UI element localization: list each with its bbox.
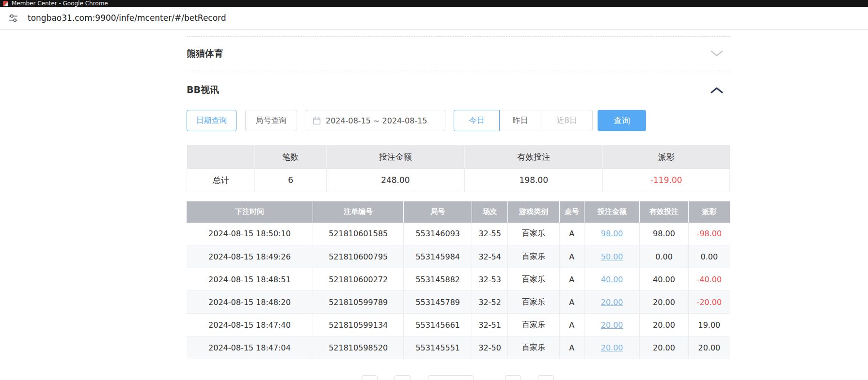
section-panda-sports[interactable]: 熊猫体育 xyxy=(187,37,730,71)
payout: -98.00 xyxy=(688,223,730,245)
bet-time: 2024-08-15 18:49:26 xyxy=(187,245,313,268)
section-title-bb-video: BB视讯 xyxy=(187,84,219,96)
window-titlebar: Member Center - Google Chrome xyxy=(0,0,868,7)
bet-record-table: 下注时间 注单编号 局号 场次 游戏类别 桌号 投注金额 有效投注 派彩 202… xyxy=(187,201,730,360)
payout: -40.00 xyxy=(688,268,730,291)
table-row: 2024-08-15 18:48:20 521810599789 5531457… xyxy=(187,291,730,314)
round-no: 553145789 xyxy=(404,291,472,314)
date-query-tab-button[interactable]: 日期查询 xyxy=(187,110,237,131)
bet-amount-link[interactable]: 50.00 xyxy=(584,245,640,268)
order-no: 521810600795 xyxy=(313,245,404,268)
round-no: 553146093 xyxy=(404,223,472,245)
session: 32-50 xyxy=(472,336,508,359)
last-8-days-button[interactable]: 近8日 xyxy=(541,110,593,131)
summary-table: 笔数 投注金额 有效投注 派彩 总计 6 248.00 198.00 -119.… xyxy=(187,145,730,192)
payout: 20.00 xyxy=(688,336,730,359)
bet-time: 2024-08-15 18:48:51 xyxy=(187,268,313,291)
pagination-page-button[interactable] xyxy=(395,375,410,380)
summary-total-payout: -119.00 xyxy=(603,169,730,192)
round-no: 553145984 xyxy=(404,245,472,268)
session: 32-54 xyxy=(472,245,508,268)
summary-header-bet-amount: 投注金额 xyxy=(326,145,464,169)
payout: -20.00 xyxy=(688,291,730,314)
game-type: 百家乐 xyxy=(508,314,559,336)
bet-amount-link[interactable]: 98.00 xyxy=(584,223,640,245)
quick-date-button-group: 今日 昨日 近8日 xyxy=(454,110,593,131)
round-no: 553145661 xyxy=(404,314,472,336)
header-order-no: 注单编号 xyxy=(313,201,404,223)
order-no: 521810601585 xyxy=(313,223,404,245)
order-no: 521810599134 xyxy=(313,314,404,336)
summary-header-row: 笔数 投注金额 有效投注 派彩 xyxy=(187,145,730,169)
search-button[interactable]: 查询 xyxy=(598,110,646,131)
session: 32-51 xyxy=(472,314,508,336)
bet-amount-link[interactable]: 20.00 xyxy=(584,291,640,314)
round-query-tab-button[interactable]: 局号查询 xyxy=(245,110,297,131)
summary-total-bet-amount: 248.00 xyxy=(326,169,464,192)
summary-total-row: 总计 6 248.00 198.00 -119.00 xyxy=(187,169,730,192)
query-toolbar: 日期查询 局号查询 2024-08-15 ~ 2024-08-15 今日 昨日 … xyxy=(187,110,730,131)
valid-bet: 20.00 xyxy=(640,314,689,336)
url-text[interactable]: tongbao31.com:9900/infe/mcenter/#/betRec… xyxy=(28,13,226,23)
browser-url-bar[interactable]: tongbao31.com:9900/infe/mcenter/#/betRec… xyxy=(0,7,868,30)
valid-bet: 20.00 xyxy=(640,291,689,314)
yesterday-button[interactable]: 昨日 xyxy=(499,110,541,131)
bet-record-page: 熊猫体育 BB视讯 日期查询 局号查询 2024-08-15 ~ 2024-08… xyxy=(187,30,730,359)
order-no: 521810599789 xyxy=(313,291,404,314)
valid-bet: 98.00 xyxy=(640,223,689,245)
pagination-jump-input[interactable] xyxy=(538,375,554,380)
section-bb-video[interactable]: BB视讯 xyxy=(187,71,730,109)
header-bet-time: 下注时间 xyxy=(187,201,313,223)
header-bet-amount: 投注金额 xyxy=(584,201,640,223)
section-title-panda-sports: 熊猫体育 xyxy=(187,47,223,60)
pagination-prev-button[interactable] xyxy=(362,375,378,380)
header-round-no: 局号 xyxy=(404,201,472,223)
table-no: A xyxy=(559,245,584,268)
today-button[interactable]: 今日 xyxy=(454,110,500,131)
summary-total-count: 6 xyxy=(255,169,326,192)
session: 32-52 xyxy=(472,291,508,314)
session: 32-53 xyxy=(472,268,508,291)
pagination-page-size-select[interactable] xyxy=(428,375,473,380)
header-payout: 派彩 xyxy=(688,201,730,223)
summary-header-empty xyxy=(187,145,255,169)
header-valid-bet: 有效投注 xyxy=(640,201,689,223)
window-favicon-icon xyxy=(3,1,8,6)
table-no: A xyxy=(559,223,584,245)
pagination-next-button[interactable] xyxy=(505,375,521,380)
table-row: 2024-08-15 18:50:10 521810601585 5531460… xyxy=(187,223,730,245)
chevron-down-icon[interactable] xyxy=(710,50,723,57)
window-title: Member Center - Google Chrome xyxy=(12,0,108,7)
bet-amount-link[interactable]: 20.00 xyxy=(584,314,640,336)
bet-table-header-row: 下注时间 注单编号 局号 场次 游戏类别 桌号 投注金额 有效投注 派彩 xyxy=(187,201,730,223)
table-no: A xyxy=(559,291,584,314)
payout: 19.00 xyxy=(688,314,730,336)
calendar-icon xyxy=(313,117,321,125)
date-range-input[interactable]: 2024-08-15 ~ 2024-08-15 xyxy=(306,110,445,131)
bet-time: 2024-08-15 18:47:04 xyxy=(187,336,313,359)
summary-total-label: 总计 xyxy=(187,169,255,192)
round-no: 553145551 xyxy=(404,336,472,359)
table-no: A xyxy=(559,268,584,291)
table-row: 2024-08-15 18:47:04 521810598520 5531455… xyxy=(187,336,730,359)
header-game-type: 游戏类别 xyxy=(508,201,559,223)
table-row: 2024-08-15 18:47:40 521810599134 5531456… xyxy=(187,314,730,336)
order-no: 521810598520 xyxy=(313,336,404,359)
summary-header-count: 笔数 xyxy=(255,145,326,169)
game-type: 百家乐 xyxy=(508,336,559,359)
header-session: 场次 xyxy=(472,201,508,223)
summary-header-payout: 派彩 xyxy=(603,145,730,169)
table-no: A xyxy=(559,336,584,359)
valid-bet: 0.00 xyxy=(640,245,689,268)
header-table-no: 桌号 xyxy=(559,201,584,223)
bet-amount-link[interactable]: 20.00 xyxy=(584,336,640,359)
summary-header-valid-bet: 有效投注 xyxy=(465,145,603,169)
chevron-up-icon[interactable] xyxy=(710,87,723,93)
table-row: 2024-08-15 18:48:51 521810600272 5531458… xyxy=(187,268,730,291)
order-no: 521810600272 xyxy=(313,268,404,291)
site-settings-tune-icon[interactable] xyxy=(8,13,18,23)
game-type: 百家乐 xyxy=(508,223,559,245)
summary-total-valid-bet: 198.00 xyxy=(465,169,603,192)
bet-amount-link[interactable]: 40.00 xyxy=(584,268,640,291)
valid-bet: 40.00 xyxy=(640,268,689,291)
